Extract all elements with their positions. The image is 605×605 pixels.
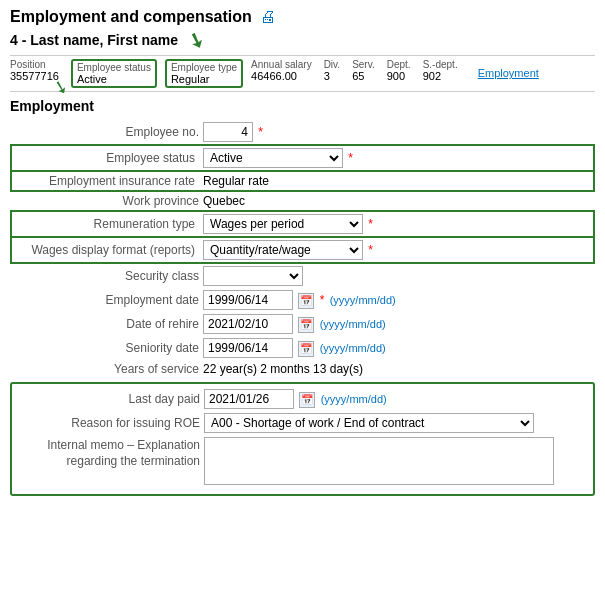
info-div: Div. 3 (324, 59, 352, 82)
label-years-service: Years of service (11, 360, 201, 378)
required-emp-status: * (348, 151, 353, 165)
info-emp-status: Employee status Active ➘ (71, 59, 157, 88)
input-employee-no[interactable] (203, 122, 253, 142)
label-employee-no: Employee no. (11, 120, 201, 145)
label-last-day-paid: Last day paid (12, 386, 202, 411)
value-years-service: 22 year(s) 2 months 13 day(s) (203, 362, 363, 376)
row-rehire-date: Date of rehire 📅 (yyyy/mm/dd) (11, 312, 594, 336)
select-roe-reason[interactable]: A00 - Shortage of work / End of contract… (204, 413, 534, 433)
row-emp-status: Employee status Active Inactive Terminat… (11, 145, 594, 171)
date-hint-last-day-paid: (yyyy/mm/dd) (321, 393, 387, 405)
required-wages-display: * (368, 243, 373, 257)
label-wages-display: Wages display format (reports) (31, 243, 195, 257)
arrow-annotation-1: ➘ (184, 26, 208, 54)
value-employee-no: * (201, 120, 594, 145)
input-last-day-paid[interactable] (204, 389, 294, 409)
select-wages-display[interactable]: Quantity/rate/wage Rate only Total only (203, 240, 363, 260)
row-work-province: Work province Quebec (11, 191, 594, 211)
date-hint-employment-date: (yyyy/mm/dd) (330, 294, 396, 306)
info-annual-salary: Annual salary 46466.00 (251, 59, 324, 82)
select-emp-status[interactable]: Active Inactive Terminated (203, 148, 343, 168)
label-remuneration: Remuneration type (94, 217, 195, 231)
section-employment-title: Employment (10, 98, 595, 114)
label-roe-reason: Reason for issuing ROE (12, 411, 202, 435)
label-internal-memo: Internal memo – Explanation regarding th… (12, 435, 202, 492)
date-hint-rehire-date: (yyyy/mm/dd) (320, 318, 386, 330)
employment-form: Employee no. * Employee status Active In… (10, 120, 595, 378)
row-emp-insurance: Employment insurance rate Regular rate (11, 171, 594, 191)
required-remuneration: * (368, 217, 373, 231)
label-employment-date: Employment date (11, 288, 201, 312)
label-seniority-date: Seniority date (11, 336, 201, 360)
row-wages-display: Wages display format (reports) Quantity/… (11, 237, 594, 263)
row-roe-reason: Reason for issuing ROE A00 - Shortage of… (12, 411, 593, 435)
label-work-province: Work province (11, 191, 201, 211)
termination-form: Last day paid 📅 (yyyy/mm/dd) Reason for … (12, 386, 593, 492)
calendar-icon-last-day-paid[interactable]: 📅 (299, 392, 315, 408)
row-last-day-paid: Last day paid 📅 (yyyy/mm/dd) (12, 386, 593, 411)
input-rehire-date[interactable] (203, 314, 293, 334)
row-internal-memo: Internal memo – Explanation regarding th… (12, 435, 593, 492)
calendar-icon-employment-date[interactable]: 📅 (298, 293, 314, 309)
row-remuneration: Remuneration type Wages per period Annua… (11, 211, 594, 237)
required-employee-no: * (258, 125, 263, 139)
calendar-icon-seniority-date[interactable]: 📅 (298, 341, 314, 357)
textarea-internal-memo[interactable] (204, 437, 554, 485)
input-seniority-date[interactable] (203, 338, 293, 358)
row-seniority-date: Seniority date 📅 (yyyy/mm/dd) (11, 336, 594, 360)
info-emp-type: Employee type Regular (165, 59, 243, 88)
label-emp-status: Employee status (106, 151, 195, 165)
print-icon[interactable]: 🖨 (260, 8, 276, 26)
termination-section: Last day paid 📅 (yyyy/mm/dd) Reason for … (10, 382, 595, 496)
date-hint-seniority-date: (yyyy/mm/dd) (320, 342, 386, 354)
calendar-icon-rehire-date[interactable]: 📅 (298, 317, 314, 333)
value-emp-insurance: Regular rate (203, 174, 269, 188)
record-name: 4 - Last name, First name ➘ (10, 28, 595, 52)
info-sdept: S.-dept. 902 (423, 59, 470, 82)
row-employment-date: Employment date 📅 * (yyyy/mm/dd) (11, 288, 594, 312)
select-remuneration[interactable]: Wages per period Annual salary Hourly ra… (203, 214, 363, 234)
required-employment-date: * (320, 293, 325, 307)
row-employee-no: Employee no. * (11, 120, 594, 145)
label-emp-insurance: Employment insurance rate (49, 174, 195, 188)
row-years-service: Years of service 22 year(s) 2 months 13 … (11, 360, 594, 378)
info-bar: Position 35577716 Employee status Active… (10, 55, 595, 92)
info-dept: Dept. 900 (387, 59, 423, 82)
row-security-class: Security class Class 1 Class 2 (11, 263, 594, 288)
info-serv: Serv. 65 (352, 59, 387, 82)
value-work-province: Quebec (203, 194, 245, 208)
select-security-class[interactable]: Class 1 Class 2 (203, 266, 303, 286)
label-security-class: Security class (11, 263, 201, 288)
info-employment-link[interactable]: Employment (470, 59, 551, 79)
page-title: Employment and compensation (10, 8, 252, 26)
input-employment-date[interactable] (203, 290, 293, 310)
label-rehire-date: Date of rehire (11, 312, 201, 336)
